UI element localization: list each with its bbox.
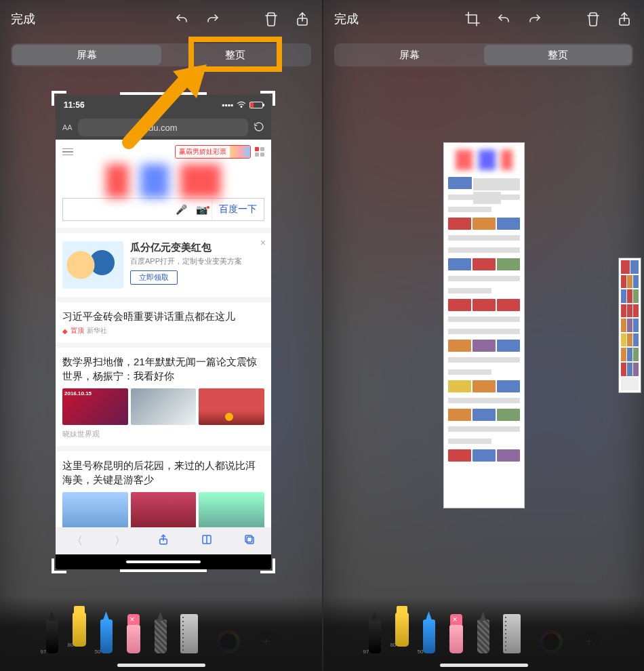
left-panel: 完成 屏幕 整页 [0,0,322,671]
news-thumb [199,388,264,425]
news-thumb [131,492,197,527]
news-thumb: 2016.10.15 [62,388,128,425]
markup-toolbar: 97 80 50 + [0,596,322,671]
news-source: 新华社 [87,326,107,336]
news-headline: 这里号称昆明的后花园，来过的人都说比洱海美，关键是游客少 [62,458,264,487]
promo-title: 瓜分亿元变美红包 [130,241,264,254]
redo-icon[interactable] [204,10,222,28]
phone-urlbar: AA du.com [56,115,271,140]
lasso-tool[interactable] [476,611,491,653]
signal-icon: ▪▪▪▪ [222,100,233,110]
hamburger-icon[interactable] [62,148,73,156]
news-thumb [62,492,128,527]
ruler-tool[interactable] [180,614,198,653]
back-icon[interactable]: 〈 [70,534,85,548]
tool-size: 50 [418,649,424,655]
pin-icon: ◆ [62,327,68,335]
reload-icon[interactable] [254,121,264,134]
svg-rect-5 [245,535,252,542]
share-icon[interactable] [294,10,311,28]
crop-handle-icon[interactable] [120,92,206,95]
tool-size: 80 [68,642,74,648]
trash-icon[interactable] [262,10,280,28]
right-panel: 完成 屏幕 整页 [322,0,644,671]
undo-icon[interactable] [173,10,190,28]
home-indicator [56,554,271,569]
news-source: 晓妹世界观 [62,429,264,439]
tab-screen[interactable]: 屏幕 [336,45,484,65]
safari-bottombar: 〈 〉 [56,527,271,554]
pin-label: 置顶 [71,326,84,336]
crop-icon[interactable] [464,10,481,28]
done-button[interactable]: 完成 [11,11,35,27]
status-time: 11:56 [64,100,85,110]
promo-illustration [62,241,123,289]
promo-subtitle: 百度APP打开，定制专业变美方案 [130,256,264,266]
text-size-button[interactable]: AA [62,123,73,131]
news-headline: 数学界扫地僧，21年默默无闻一篇论文震惊世界，杨振宁：我看好你 [62,354,264,383]
phone-statusbar: 11:56 ▪▪▪▪ [56,95,271,115]
apps-grid-icon[interactable] [255,147,264,157]
trash-icon[interactable] [584,10,602,28]
close-icon[interactable]: × [260,237,266,248]
battery-icon [249,102,263,108]
segmented-control: 屏幕 整页 [11,43,311,66]
eraser-tool[interactable] [126,614,141,653]
lasso-tool[interactable] [153,611,168,653]
url-field[interactable]: du.com [78,119,248,136]
news-thumb [199,492,264,527]
crop-handle-icon[interactable] [260,558,275,573]
news-item[interactable]: 数学界扫地僧，21年默默无闻一篇论文震惊世界，杨振宁：我看好你 2016.10.… [56,348,271,446]
crop-handle-icon[interactable] [52,91,66,106]
svg-point-1 [241,106,242,107]
ruler-tool[interactable] [503,614,521,653]
pen-tool[interactable]: 97 [367,611,382,653]
eraser-tool[interactable] [449,614,464,653]
home-indicator [440,664,528,667]
news-item[interactable]: 这里号称昆明的后花园，来过的人都说比洱海美，关键是游客少 [56,451,271,527]
crop-handle-icon[interactable] [120,569,206,572]
tool-size: 50 [95,649,101,655]
tool-size: 97 [41,649,47,655]
top-promo-pill[interactable]: 赢霸男娇娃彩票 [175,145,251,159]
forward-icon[interactable]: 〉 [113,534,127,548]
news-item[interactable]: 习近平金砖会晤重要讲话重点都在这儿 ◆置顶 新华社 [56,302,271,342]
search-button[interactable]: 百度一下 [212,199,264,220]
screenshot-preview[interactable]: 11:56 ▪▪▪▪ AA du.com [56,95,271,569]
done-button[interactable]: 完成 [334,11,359,27]
fullpage-preview[interactable] [443,142,525,508]
page-scrubber[interactable] [618,258,641,393]
tab-fullpage[interactable]: 整页 [161,45,310,65]
site-logo [56,164,271,198]
news-thumb [131,388,197,425]
promo-card[interactable]: × 瓜分亿元变美红包 百度APP打开，定制专业变美方案 立即领取 [56,233,271,297]
pencil-tool[interactable]: 50 [422,611,437,653]
bookmarks-icon[interactable] [199,533,214,548]
search-bar: 🎤 📷 百度一下 [62,198,264,221]
pen-tool[interactable]: 97 [45,611,60,653]
undo-icon[interactable] [495,10,512,28]
share-icon[interactable] [156,533,171,548]
tab-fullpage[interactable]: 整页 [484,45,632,65]
editor-topbar: 完成 [0,0,322,38]
mic-icon[interactable]: 🎤 [171,204,191,215]
wifi-icon [237,100,246,110]
share-icon[interactable] [616,10,633,28]
tool-size: 80 [390,642,397,648]
highlighter-tool[interactable]: 80 [395,606,409,647]
tab-screen[interactable]: 屏幕 [12,45,161,65]
home-indicator [117,664,205,667]
tool-size: 97 [363,649,369,655]
tabs-icon[interactable] [242,533,257,548]
crop-handle-icon[interactable] [52,558,66,573]
segmented-control: 屏幕 整页 [334,43,633,66]
promo-text: 赢霸男娇娃彩票 [176,147,230,157]
camera-icon[interactable]: 📷 [191,204,212,215]
redo-icon[interactable] [526,10,544,28]
editor-topbar: 完成 [323,0,644,38]
markup-toolbar: 97 80 50 + [323,596,644,671]
highlighter-tool[interactable]: 80 [72,606,87,647]
pencil-tool[interactable]: 50 [99,611,114,653]
svg-rect-4 [247,537,254,544]
promo-cta-button[interactable]: 立即领取 [130,270,178,285]
